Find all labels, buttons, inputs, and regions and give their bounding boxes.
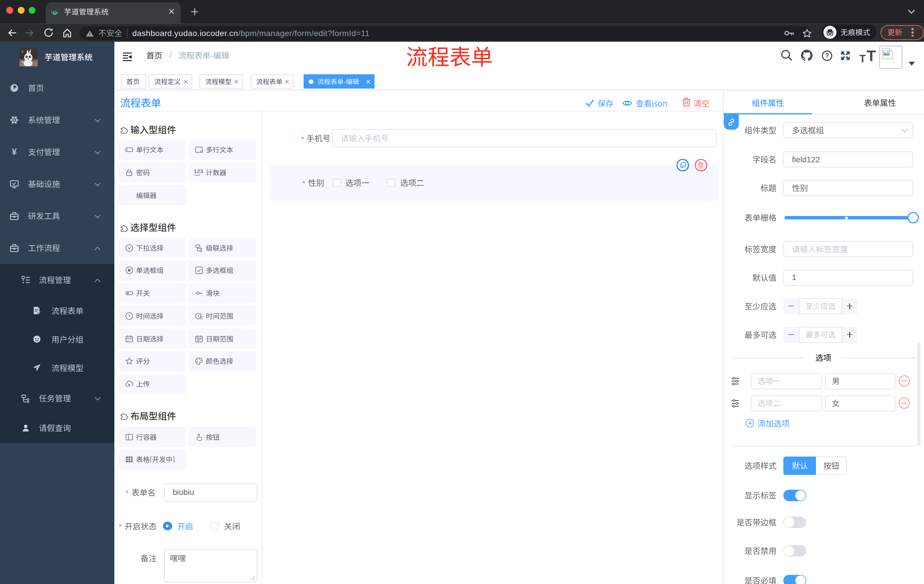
svg-text:?: ? xyxy=(825,52,829,59)
